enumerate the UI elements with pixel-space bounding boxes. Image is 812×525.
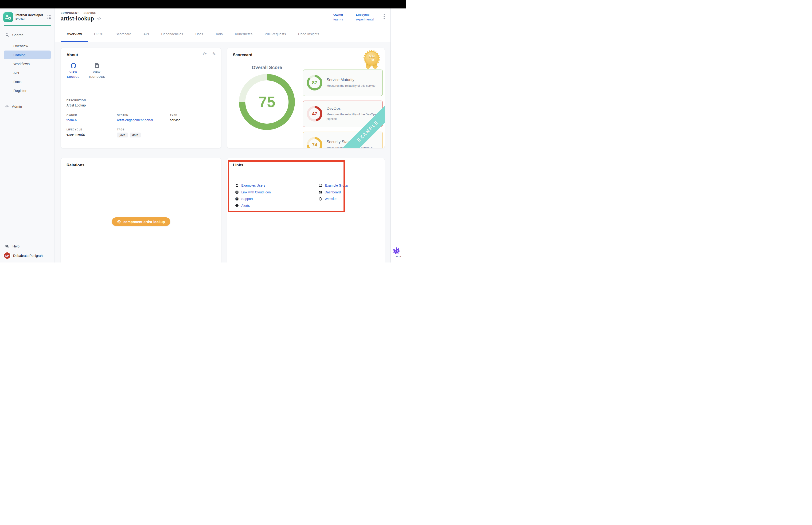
avatar: DP xyxy=(4,252,10,259)
links-card: Links Examples Users xyxy=(227,158,385,262)
lifecycle-field-label: LIFECYCLE xyxy=(66,128,117,131)
gold-tier-badge: Gold Tier xyxy=(364,50,380,74)
right-gutter: AIDA xyxy=(391,9,406,262)
entity-kind-breadcrumb: COMPONENT — SERVICE xyxy=(61,12,102,14)
component-chip-icon xyxy=(117,220,121,224)
description-value: Artist Lookup xyxy=(66,103,215,107)
system-field-label: SYSTEM xyxy=(117,114,170,117)
gear-icon xyxy=(5,104,9,108)
service-maturity-score: 87 xyxy=(312,80,317,86)
globe-icon xyxy=(235,204,239,207)
overall-score-gauge: 75 xyxy=(239,74,295,130)
owner-field-value[interactable]: team-a xyxy=(66,118,117,122)
type-field-label: TYPE xyxy=(170,114,215,117)
owner-meta[interactable]: Owner team-a xyxy=(333,13,343,21)
entity-meta: Owner team-a Lifecycle experimental xyxy=(333,13,374,21)
description-label: DESCRIPTION xyxy=(66,99,215,102)
lifecycle-meta: Lifecycle experimental xyxy=(356,13,374,21)
tab-overview[interactable]: Overview xyxy=(61,26,88,42)
lifecycle-label: Lifecycle xyxy=(356,13,374,16)
edit-pencil-icon[interactable]: ✎ xyxy=(212,52,216,56)
relations-title: Relations xyxy=(66,163,215,168)
link-website[interactable]: Website xyxy=(319,196,348,202)
relations-node-chip[interactable]: component:artist-lookup xyxy=(112,217,170,226)
refresh-icon[interactable]: ⟳ xyxy=(203,52,206,56)
view-source-label: VIEW SOURCE xyxy=(66,70,80,79)
sidebar-item-search[interactable]: Search xyxy=(0,32,55,38)
more-menu-button[interactable] xyxy=(383,14,385,19)
owner-label: Owner xyxy=(333,13,343,16)
view-techdocs-button[interactable]: VIEW TECHDOCS xyxy=(90,63,104,79)
person-icon xyxy=(235,184,239,187)
logo-underline xyxy=(4,25,51,26)
help-circle-icon: ? xyxy=(235,197,239,201)
owner-value[interactable]: team-a xyxy=(333,18,343,21)
tab-pull-requests[interactable]: Pull Requests xyxy=(259,26,292,42)
security-standards-score: 74 xyxy=(312,142,317,148)
system-field-value[interactable]: artist-engagement-portal xyxy=(117,118,170,122)
sidebar-item-overview[interactable]: Overview xyxy=(4,42,51,50)
view-source-button[interactable]: VIEW SOURCE xyxy=(66,63,80,79)
tab-kubernetes[interactable]: Kubernetes xyxy=(229,26,259,42)
link-support[interactable]: ? Support xyxy=(235,196,271,202)
gold-tier-line1: Gold xyxy=(369,55,374,58)
link-alerts[interactable]: Alerts xyxy=(235,202,271,209)
tab-todo[interactable]: Todo xyxy=(209,26,229,42)
aida-label: AIDA xyxy=(393,255,404,258)
star-favorite-icon[interactable] xyxy=(97,16,102,21)
sidebar-nav: Overview Catalog Workflows API Docs Regi… xyxy=(0,41,55,95)
techdocs-file-icon xyxy=(95,63,99,69)
link-with-cloud-icon[interactable]: Link with Cloud Icon xyxy=(235,189,271,196)
user-name: Debabrata Panigrahi xyxy=(13,254,43,258)
sidebar-item-help[interactable]: ? Help xyxy=(0,241,55,252)
sidebar-item-admin[interactable]: Admin xyxy=(0,103,55,110)
relations-card: Relations component:art xyxy=(61,158,221,262)
sidebar-item-register[interactable]: Register xyxy=(4,86,51,95)
apps-grid-icon[interactable] xyxy=(47,15,52,19)
main-content: COMPONENT — SERVICE artist-lookup Owner … xyxy=(55,9,391,262)
scorecard-card: Scorecard Gold Tier Overall Score xyxy=(227,48,385,148)
sidebar: Internal Developer Portal Search Overvi xyxy=(0,9,55,262)
help-label: Help xyxy=(13,244,19,248)
scorecard-title: Scorecard xyxy=(233,52,252,57)
overall-score-value: 75 xyxy=(258,93,275,111)
link-example-group[interactable]: Example Group xyxy=(319,182,348,189)
tag-data[interactable]: data xyxy=(130,133,141,137)
help-chat-icon: ? xyxy=(5,244,10,249)
link-examples-users[interactable]: Examples Users xyxy=(235,182,271,189)
devops-score: 47 xyxy=(312,111,317,117)
sidebar-item-docs[interactable]: Docs xyxy=(4,77,51,86)
type-field-value: service xyxy=(170,118,215,122)
tab-code-insights[interactable]: Code Insights xyxy=(292,26,325,42)
tab-scorecard[interactable]: Scorecard xyxy=(109,26,137,42)
about-card: About ⟳ ✎ VIEW SOURCE xyxy=(61,48,221,148)
sidebar-item-api[interactable]: API xyxy=(4,69,51,77)
top-black-bar xyxy=(0,0,406,9)
sidebar-item-catalog[interactable]: Catalog xyxy=(4,50,51,59)
dashboard-icon xyxy=(319,190,322,194)
tab-docs[interactable]: Docs xyxy=(189,26,209,42)
aida-widget[interactable]: AIDA xyxy=(393,247,404,258)
devops-title: DevOps xyxy=(326,106,379,111)
links-title: Links xyxy=(233,163,379,168)
logo-row[interactable]: Internal Developer Portal xyxy=(0,9,55,25)
service-maturity-title: Service Maturity xyxy=(326,77,376,82)
group-icon xyxy=(319,184,323,187)
owner-field-label: OWNER xyxy=(66,114,117,117)
tab-dependencies[interactable]: Dependencies xyxy=(155,26,189,42)
entity-tabs: Overview CI/CD Scorecard API Dependencie… xyxy=(55,26,390,42)
screen: Internal Developer Portal Search Overvi xyxy=(0,0,406,262)
tags-field-label: TAGS xyxy=(117,128,170,131)
tag-java[interactable]: java xyxy=(117,133,128,137)
globe-icon xyxy=(235,190,239,194)
security-standards-gauge: 74 xyxy=(307,137,322,148)
tab-cicd[interactable]: CI/CD xyxy=(88,26,110,42)
lifecycle-value: experimental xyxy=(356,18,374,21)
admin-label: Admin xyxy=(12,104,22,108)
svg-text:?: ? xyxy=(236,198,238,200)
sidebar-item-workflows[interactable]: Workflows xyxy=(4,59,51,68)
link-dashboard[interactable]: Dashboard xyxy=(319,189,348,196)
tab-api[interactable]: API xyxy=(137,26,155,42)
user-profile[interactable]: DP Debabrata Panigrahi xyxy=(0,252,55,262)
gold-tier-line2: Tier xyxy=(369,58,374,62)
